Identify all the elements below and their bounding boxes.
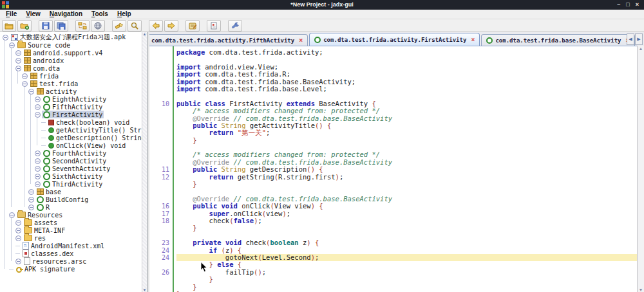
tree-expand-handle-icon[interactable] (28, 189, 34, 195)
class-icon (43, 96, 50, 103)
open-file-button[interactable] (2, 20, 16, 32)
tree-item-check-boolean-void[interactable]: check(boolean) void (0, 118, 142, 126)
code-content[interactable]: package com.dta.test.frida.activity; imp… (174, 46, 644, 292)
back-button[interactable] (149, 20, 163, 32)
tree-vertical-scrollbar[interactable]: ▲ ▼ (142, 32, 147, 292)
tree-item-resources-arsc[interactable]: resources.arsc (0, 257, 142, 265)
tree-item-frida[interactable]: frida (0, 72, 142, 80)
tree-expand-handle-icon[interactable] (15, 259, 21, 264)
menu-file[interactable]: File (1, 10, 21, 19)
tree-item-seventhactivity[interactable]: SeventhActivity (0, 165, 142, 172)
tree-expand-handle-icon[interactable] (3, 35, 8, 41)
tree-item-firstactivity[interactable]: FirstActivity (0, 111, 142, 118)
tree-item-eighthactivity[interactable]: EighthActivity (0, 95, 142, 103)
tree-item-android-support-v4[interactable]: android.support.v4 (0, 49, 142, 57)
tree-item-fourthactivity[interactable]: FourthActivity (0, 149, 142, 157)
tree-item-res[interactable]: res (0, 234, 142, 242)
tree-item-thirdactivity[interactable]: ThirdActivity (0, 180, 142, 188)
maximize-button[interactable]: □ (626, 0, 629, 10)
menu-tools[interactable]: Tools (87, 10, 113, 19)
tree-item-label: FourthActivity (52, 150, 106, 157)
tree-item-getdescription-string[interactable]: getDescription() String (0, 134, 142, 141)
tree-expand-handle-icon[interactable] (15, 235, 21, 241)
scroll-up-icon[interactable]: ▲ (639, 46, 643, 51)
open-log-button[interactable] (185, 20, 200, 32)
tree-expand-handle-icon[interactable] (15, 228, 21, 233)
tree-item-apk-signature[interactable]: APK signature (0, 265, 142, 273)
tab-scroll-left-icon[interactable]: ◀ (627, 33, 634, 45)
tree-expand-handle-icon[interactable] (22, 73, 28, 79)
line-number: 11 (149, 166, 169, 173)
save-project-button[interactable] (39, 20, 53, 32)
tree-expand-handle-icon[interactable] (35, 151, 41, 156)
scroll-down-icon[interactable]: ▼ (639, 287, 643, 292)
close-button[interactable]: × (636, 0, 639, 10)
scroll-up-icon[interactable]: ▲ (143, 32, 147, 37)
tree-expand-handle-icon[interactable] (15, 50, 21, 56)
reload-button[interactable] (75, 20, 90, 32)
tree-expand-handle-icon[interactable] (35, 174, 41, 179)
tree-expand-handle-icon[interactable] (22, 81, 28, 87)
tree-expand-handle-icon[interactable] (35, 96, 41, 102)
tree-item-onclick-view-void[interactable]: onClick(View) void (0, 141, 142, 149)
tree-expand-handle-icon[interactable] (35, 112, 41, 118)
menu-help[interactable]: Help (113, 10, 136, 19)
tree-item-assets[interactable]: assets (0, 219, 142, 226)
tree-expand-handle-icon[interactable] (35, 158, 41, 164)
tree-expand-handle-icon[interactable] (28, 205, 34, 210)
tree-item-classes-dex[interactable]: classes.dex (0, 250, 142, 257)
save-all-button[interactable] (54, 20, 68, 32)
forward-button[interactable] (164, 20, 178, 32)
tree-item-label: res (34, 235, 46, 242)
deobfuscation-button[interactable] (91, 20, 105, 32)
tree-item-activity[interactable]: activity (0, 87, 142, 95)
tab-fifthactivity[interactable]: com.dta.test.frida.activity.FifthActivit… (149, 34, 308, 46)
tree-expand-handle-icon[interactable] (9, 42, 15, 48)
tree-item-getactivitytitle-string[interactable]: getActivityTitle() String (0, 126, 142, 134)
line-number (149, 122, 169, 129)
text-search-button[interactable] (112, 20, 126, 32)
tree-item-buildconfig[interactable]: BuildConfig (0, 196, 142, 203)
tab-firstactivity[interactable]: com.dta.test.frida.activity.FirstActivit… (309, 33, 480, 46)
tree-item-secondactivity[interactable]: SecondActivity (0, 157, 142, 165)
tree-item-resources[interactable]: Resources (0, 211, 142, 219)
code-line: } (176, 181, 644, 188)
tree-item-source-code[interactable]: Source code (0, 41, 142, 49)
menu-view[interactable]: View (21, 10, 45, 19)
tree-expand-handle-icon[interactable] (9, 212, 15, 218)
settings-button[interactable] (228, 20, 242, 32)
tree-item-com-dta[interactable]: com.dta (0, 64, 142, 72)
report-button[interactable] (207, 20, 221, 32)
line-number (149, 151, 169, 158)
tab-close-icon[interactable]: × (299, 37, 303, 44)
tree-expand-handle-icon[interactable] (15, 220, 21, 226)
tree-item-androidmanifest-xml[interactable]: AndroidManifest.xml (0, 242, 142, 250)
tab-baseactivity[interactable]: com.dta.test.frida.base.BaseActivity× (481, 34, 634, 46)
class-search-button[interactable] (128, 20, 142, 32)
tree-expand-handle-icon[interactable] (15, 66, 21, 71)
tree-item-meta-inf[interactable]: META-INF (0, 226, 142, 234)
tab-scroll-right-icon[interactable]: ▶ (635, 33, 643, 45)
tab-close-icon[interactable]: × (471, 37, 475, 43)
menu-navigation[interactable]: Navigation (45, 10, 87, 19)
tree-item-sixthactivity[interactable]: SixthActivity (0, 172, 142, 180)
tree-expand-handle-icon[interactable] (28, 197, 34, 203)
tree-item-androidx[interactable]: androidx (0, 57, 142, 64)
editor-vertical-scrollbar[interactable]: ▲ ▼ (637, 46, 644, 292)
tree-expand-handle-icon[interactable] (35, 166, 41, 172)
tree-item-fifthactivity[interactable]: FifthActivity (0, 103, 142, 111)
tree-item-test-frida[interactable]: test.frida (0, 80, 142, 87)
class-icon (43, 104, 50, 111)
tree-item-label: APK signature (24, 266, 75, 273)
tree-item-base[interactable]: base (0, 188, 142, 196)
method-public-icon (48, 135, 54, 141)
tree-expand-handle-icon[interactable] (15, 58, 21, 64)
tree-expand-handle-icon[interactable] (35, 104, 41, 110)
code-editor[interactable]: 10 1112 161718 232424 26 package com.dta… (149, 46, 644, 292)
line-number (149, 196, 169, 203)
tree-expand-handle-icon[interactable] (28, 89, 34, 95)
add-files-button[interactable] (17, 20, 32, 32)
tree-expand-handle-icon[interactable] (35, 181, 41, 187)
scroll-down-icon[interactable]: ▼ (143, 288, 147, 292)
minimize-button[interactable]: – (617, 0, 620, 10)
